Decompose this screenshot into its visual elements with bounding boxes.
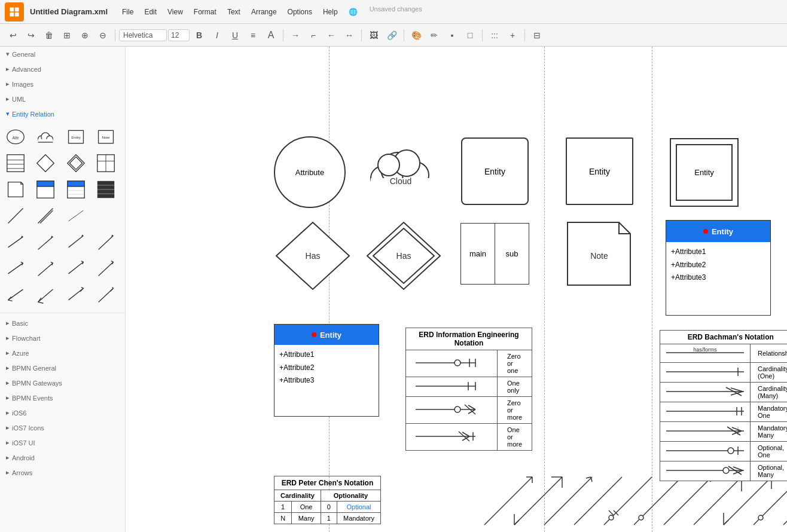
shape-attribute[interactable]: Attr [4, 125, 28, 149]
sidebar-section-android[interactable]: ▸ Android [0, 450, 125, 465]
sidebar-section-entity-relation[interactable]: ▾ Entity Relation [0, 106, 125, 121]
menu-options[interactable]: Options [283, 5, 317, 19]
pc-num-1: 1 [274, 502, 292, 513]
blue-entity-1[interactable]: Entity +Attribute1 +Attribute2 +Attribut… [666, 220, 771, 316]
shape-arrow-line-2[interactable] [33, 230, 57, 254]
line-color-button[interactable]: ✏ [426, 27, 443, 44]
menu-text[interactable]: Text [222, 5, 245, 19]
fill-color-button[interactable]: 🎨 [408, 27, 425, 44]
font-size-input[interactable]: 12 [168, 29, 190, 41]
split-entity[interactable]: main sub [460, 223, 529, 285]
align-button[interactable]: ≡ [245, 27, 261, 44]
shape-entity-table[interactable] [4, 151, 28, 175]
shape-entity-split[interactable] [94, 151, 118, 175]
bold-button[interactable]: B [191, 27, 208, 44]
sidebar-section-bpmn-gateways[interactable]: ▸ BPMN Gateways [0, 375, 125, 390]
bachman-label-cardinality-one: Cardinality (One) [751, 363, 788, 383]
shape-arrow-line-4[interactable] [94, 230, 118, 254]
zoom-out-button[interactable]: ⊖ [94, 27, 111, 44]
canvas-area[interactable]: Attribute Cloud Entity E [126, 47, 787, 532]
delete-button[interactable]: 🗑 [41, 27, 57, 44]
font-selector[interactable]: Helvetica [119, 29, 167, 41]
shape-crow-2[interactable] [33, 283, 57, 307]
shape-entity-blue-2[interactable] [64, 178, 88, 201]
sidebar-section-basic[interactable]: ▸ Basic [0, 316, 125, 331]
link-button[interactable]: 🔗 [383, 27, 400, 44]
shape-fork-2[interactable] [33, 256, 57, 280]
fontsize-a-button[interactable]: A [263, 27, 279, 44]
bachman-row-mandatory-many: Mandatory, Many [660, 422, 788, 442]
sidebar-section-ios7-icons[interactable]: ▸ iOS7 Icons [0, 420, 125, 435]
shape-fork-1[interactable] [4, 256, 28, 280]
cloud-shape[interactable]: Cloud [365, 136, 437, 202]
sidebar-section-flowchart[interactable]: ▸ Flowchart [0, 331, 125, 346]
sidebar-section-bpmn-events[interactable]: ▸ BPMN Events [0, 390, 125, 405]
menu-view[interactable]: View [163, 5, 188, 19]
shape-fork-3[interactable] [64, 256, 88, 280]
sidebar-section-azure[interactable]: ▸ Azure [0, 346, 125, 360]
arrow-left-button[interactable]: ← [323, 27, 340, 44]
shape-lines-dark[interactable] [94, 178, 118, 201]
note-shape[interactable]: Note [565, 220, 633, 288]
entity-box-double-wrapper[interactable]: Entity [670, 138, 739, 207]
pc-cardinality-2: Many [292, 513, 321, 524]
menu-edit[interactable]: Edit [139, 5, 161, 19]
fill-style-button[interactable]: ▪ [444, 27, 460, 44]
shape-line-diagonal-2[interactable] [33, 204, 57, 228]
shape-entity-plain[interactable]: Entity [64, 125, 88, 149]
sidebar-section-images[interactable]: ▸ Images [0, 77, 125, 91]
shape-diamond-single[interactable] [33, 151, 57, 175]
menu-arrange[interactable]: Arrange [246, 5, 282, 19]
menu-file[interactable]: File [117, 5, 138, 19]
blue-entity-attr4: +Attribute1 [279, 348, 374, 362]
fit-page-button[interactable]: ⊞ [59, 27, 75, 44]
sidebar-section-advanced[interactable]: ▸ Advanced [0, 62, 125, 77]
panel-button[interactable]: ⊟ [529, 27, 545, 44]
shape-line-empty[interactable] [94, 204, 118, 228]
svg-line-39 [40, 210, 53, 223]
shape-arrow-line-1[interactable] [4, 230, 28, 254]
shape-entity-blue[interactable] [33, 178, 57, 201]
svg-rect-29 [67, 186, 84, 198]
diamond-has-2[interactable]: Has [365, 220, 443, 292]
shape-arrow-line-3[interactable] [64, 230, 88, 254]
arrow-right-button[interactable]: → [287, 27, 304, 44]
globe-icon[interactable]: 🌐 [344, 5, 362, 19]
image-button[interactable]: 🖼 [365, 27, 382, 44]
elbow-button[interactable]: ⌐ [305, 27, 322, 44]
sidebar-section-ios6[interactable]: ▸ iOS6 [0, 405, 125, 420]
menu-help[interactable]: Help [318, 5, 343, 19]
entity-box-2[interactable]: Entity [566, 137, 633, 205]
diamond-has-1[interactable]: Has [274, 220, 352, 292]
attribute-shape[interactable]: Attribute [274, 136, 346, 208]
shape-cloud[interactable] [33, 125, 57, 149]
shape-line-thin[interactable] [64, 204, 88, 228]
shape-crow-1[interactable] [4, 283, 28, 307]
shape-note-single[interactable] [4, 178, 28, 201]
optional-one-symbol [666, 445, 744, 457]
zoom-in-button[interactable]: ⊕ [77, 27, 93, 44]
line-style-button[interactable]: □ [462, 27, 478, 44]
blue-entity-2[interactable]: Entity +Attribute1 +Attribute2 +Attribut… [274, 324, 379, 417]
sidebar-section-general[interactable]: ▾ General [0, 47, 125, 62]
shape-crow-3[interactable] [64, 283, 88, 307]
italic-button[interactable]: I [209, 27, 225, 44]
shape-entity-note[interactable]: Note [94, 125, 118, 149]
menu-format[interactable]: Format [189, 5, 221, 19]
canvas[interactable]: Attribute Cloud Entity E [126, 47, 787, 532]
shape-line-diagonal-1[interactable] [4, 204, 28, 228]
shape-crow-4[interactable] [94, 283, 118, 307]
sidebar-section-bpmn-general[interactable]: ▸ BPMN General [0, 360, 125, 375]
arrow-both-button[interactable]: ↔ [341, 27, 358, 44]
shape-diamond-double[interactable] [64, 151, 88, 175]
undo-button[interactable]: ↩ [5, 27, 22, 44]
add-button[interactable]: + [504, 27, 521, 44]
sidebar-section-ios7-ui[interactable]: ▸ iOS7 UI [0, 435, 125, 450]
entity-box-1[interactable]: Entity [461, 137, 529, 205]
underline-button[interactable]: U [227, 27, 243, 44]
grid-button[interactable]: ::: [486, 27, 503, 44]
redo-button[interactable]: ↪ [23, 27, 39, 44]
sidebar-section-arrows[interactable]: ▸ Arrows [0, 465, 125, 480]
shape-fork-4[interactable] [94, 256, 118, 280]
sidebar-section-uml[interactable]: ▸ UML [0, 91, 125, 106]
